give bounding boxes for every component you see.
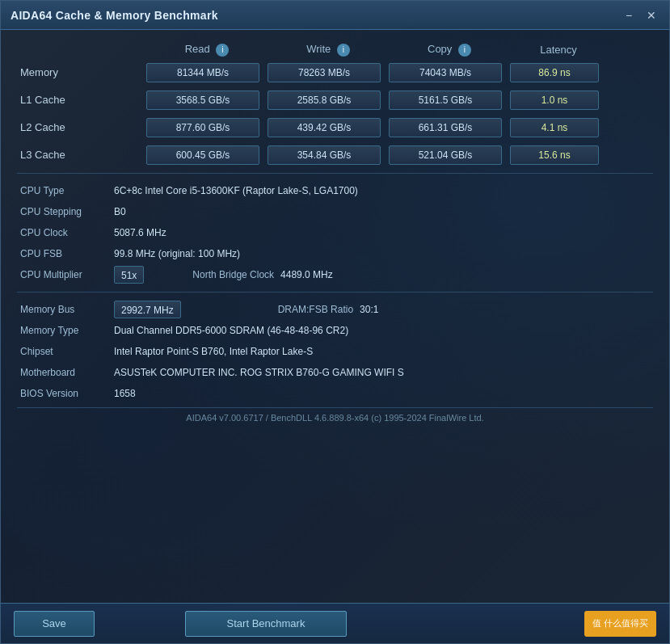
divider-1	[17, 173, 653, 174]
memory-write: 78263 MB/s	[268, 63, 381, 82]
cpu-fsb-label: CPU FSB	[17, 248, 114, 259]
corner-badge: 值 什么值得买	[584, 611, 656, 637]
l3-cache-row: L3 Cache 600.45 GB/s 354.84 GB/s 521.04 …	[17, 145, 653, 165]
l3-label: L3 Cache	[17, 149, 146, 161]
cpu-type-label: CPU Type	[17, 185, 114, 196]
bios-value: 1658	[114, 388, 653, 399]
l3-copy: 521.04 GB/s	[389, 145, 502, 165]
memory-type-label: Memory Type	[17, 325, 114, 336]
l2-copy: 661.31 GB/s	[389, 118, 502, 137]
memory-row: Memory 81344 MB/s 78263 MB/s 74043 MB/s …	[17, 63, 653, 82]
title-bar: AIDA64 Cache & Memory Benchmark − ✕	[1, 1, 669, 30]
l2-latency: 4.1 ns	[510, 118, 599, 137]
cpu-multiplier-row: CPU Multiplier 51x North Bridge Clock 44…	[17, 266, 653, 284]
cpu-multiplier-value: 51x	[114, 266, 144, 284]
latency-header: Latency	[510, 44, 607, 56]
chipset-row: Chipset Intel Raptor Point-S B760, Intel…	[17, 343, 653, 360]
memory-label: Memory	[17, 66, 146, 78]
cpu-fsb-value: 99.8 MHz (original: 100 MHz)	[114, 248, 653, 259]
l2-read: 877.60 GB/s	[146, 118, 259, 137]
close-button[interactable]: ✕	[643, 10, 659, 21]
read-header: Read i	[146, 43, 268, 57]
l2-cache-row: L2 Cache 877.60 GB/s 439.42 GB/s 661.31 …	[17, 118, 653, 137]
l1-cache-row: L1 Cache 3568.5 GB/s 2585.8 GB/s 5161.5 …	[17, 90, 653, 110]
motherboard-label: Motherboard	[17, 367, 114, 378]
main-window: AIDA64 Cache & Memory Benchmark − ✕ Read…	[0, 0, 670, 644]
cpu-stepping-row: CPU Stepping B0	[17, 203, 653, 221]
motherboard-row: Motherboard ASUSTeK COMPUTER INC. ROG ST…	[17, 364, 653, 381]
l3-latency: 15.6 ns	[510, 145, 599, 165]
cpu-fsb-row: CPU FSB 99.8 MHz (original: 100 MHz)	[17, 245, 653, 263]
cpu-stepping-value: B0	[114, 206, 653, 217]
cpu-multiplier-label: CPU Multiplier	[17, 269, 114, 280]
footer-info: AIDA64 v7.00.6717 / BenchDLL 4.6.889.8-x…	[17, 407, 653, 426]
l1-read: 3568.5 GB/s	[146, 90, 259, 110]
write-header: Write i	[268, 43, 389, 57]
main-content: Read i Write i Copy i Latency Memory 813…	[1, 30, 669, 603]
window-title: AIDA64 Cache & Memory Benchmark	[11, 9, 218, 22]
bottom-bar: Save Start Benchmark 值 什么值得买	[1, 603, 669, 643]
chipset-value: Intel Raptor Point-S B760, Intel Raptor …	[114, 346, 653, 357]
cpu-stepping-label: CPU Stepping	[17, 206, 114, 217]
l3-read: 600.45 GB/s	[146, 145, 259, 165]
memory-latency: 86.9 ns	[510, 63, 599, 82]
l1-write: 2585.8 GB/s	[268, 90, 381, 110]
chipset-label: Chipset	[17, 346, 114, 357]
bios-label: BIOS Version	[17, 388, 114, 399]
l1-label: L1 Cache	[17, 94, 146, 106]
copy-info-icon[interactable]: i	[458, 44, 471, 57]
window-controls: − ✕	[621, 10, 659, 21]
minimize-button[interactable]: −	[621, 10, 637, 21]
memory-read: 81344 MB/s	[146, 63, 259, 82]
write-info-icon[interactable]: i	[337, 44, 350, 57]
cpu-type-value: 6C+8c Intel Core i5-13600KF (Raptor Lake…	[114, 185, 653, 196]
copy-header: Copy i	[389, 43, 510, 57]
memory-bus-row: Memory Bus 2992.7 MHz DRAM:FSB Ratio 30:…	[17, 301, 653, 318]
read-info-icon[interactable]: i	[216, 44, 229, 57]
memory-copy: 74043 MB/s	[389, 63, 502, 82]
memory-bus-label: Memory Bus	[17, 304, 114, 315]
l2-label: L2 Cache	[17, 121, 146, 133]
start-benchmark-button[interactable]: Start Benchmark	[185, 611, 347, 637]
dram-fsb-label: DRAM:FSB Ratio	[278, 304, 353, 315]
north-bridge-value: 4489.0 MHz	[280, 269, 333, 280]
l3-write: 354.84 GB/s	[268, 145, 381, 165]
memory-type-row: Memory Type Dual Channel DDR5-6000 SDRAM…	[17, 322, 653, 339]
column-headers: Read i Write i Copy i Latency	[17, 43, 653, 57]
motherboard-value: ASUSTeK COMPUTER INC. ROG STRIX B760-G G…	[114, 367, 653, 378]
memory-type-value: Dual Channel DDR5-6000 SDRAM (46-48-48-9…	[114, 325, 653, 336]
l1-latency: 1.0 ns	[510, 90, 599, 110]
cpu-clock-label: CPU Clock	[17, 227, 114, 238]
cpu-clock-row: CPU Clock 5087.6 MHz	[17, 224, 653, 242]
save-button[interactable]: Save	[14, 611, 95, 637]
l1-copy: 5161.5 GB/s	[389, 90, 502, 110]
dram-fsb-value: 30:1	[360, 304, 378, 315]
cpu-clock-value: 5087.6 MHz	[114, 227, 653, 238]
bios-row: BIOS Version 1658	[17, 385, 653, 402]
divider-2	[17, 292, 653, 293]
memory-bus-value: 2992.7 MHz	[114, 301, 181, 318]
north-bridge-label: North Bridge Clock	[192, 269, 274, 280]
cpu-type-row: CPU Type 6C+8c Intel Core i5-13600KF (Ra…	[17, 182, 653, 200]
l2-write: 439.42 GB/s	[268, 118, 381, 137]
